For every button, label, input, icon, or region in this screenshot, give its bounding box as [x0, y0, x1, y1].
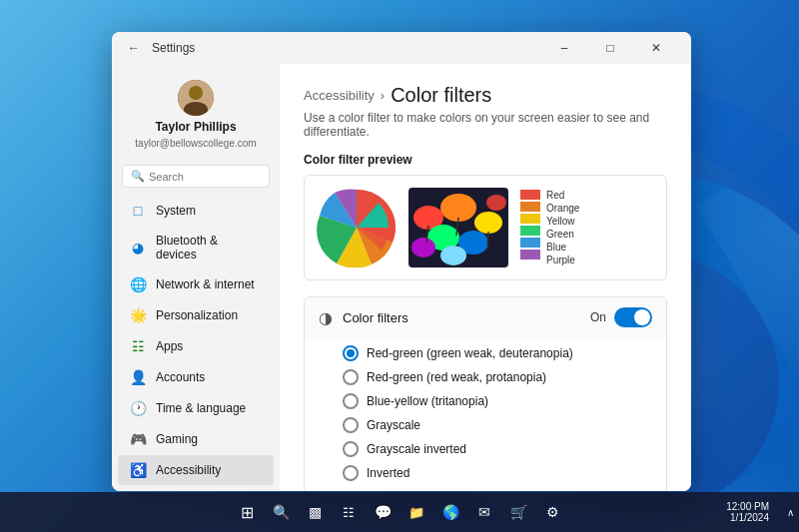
mail-button[interactable]: ✉: [470, 498, 498, 526]
back-button[interactable]: ←: [124, 38, 144, 58]
radio-option-grayscale[interactable]: Grayscale: [343, 417, 652, 433]
search-box[interactable]: 🔍: [122, 165, 270, 188]
radio-circle-inverted: [343, 465, 359, 481]
search-taskbar-button[interactable]: 🔍: [267, 498, 295, 526]
color-filters-label: Color filters: [343, 310, 580, 325]
radio-label-grayscale-inverted: Grayscale inverted: [367, 442, 466, 456]
toggle-on-label: On: [590, 310, 606, 324]
breadcrumb: Accessibility › Color filters: [304, 84, 667, 107]
radio-circle-red-green-prot: [343, 369, 359, 385]
radio-circle-grayscale: [343, 417, 359, 433]
color-filters-header: ◑ Color filters On: [305, 297, 666, 337]
system-icon: □: [130, 203, 146, 219]
sidebar-label-accounts: Accounts: [156, 370, 205, 384]
color-filters-toggle[interactable]: [614, 307, 652, 327]
accounts-icon: 👤: [130, 369, 146, 385]
sidebar: Taylor Phillips taylor@bellowscollege.co…: [112, 64, 280, 491]
network-icon: 🌐: [130, 276, 146, 292]
sidebar-label-system: System: [156, 204, 196, 218]
widgets-button[interactable]: ☷: [335, 498, 363, 526]
sidebar-item-bluetooth[interactable]: ◕Bluetooth & devices: [118, 227, 274, 268]
taskbar-time: 12:00 PM 1/1/2024: [726, 501, 769, 523]
maximize-button[interactable]: □: [587, 32, 633, 64]
personalization-icon: 🌟: [130, 307, 146, 323]
swatch-label-orange: Orange: [546, 203, 579, 214]
minimize-button[interactable]: –: [541, 32, 587, 64]
color-filter-options: Red-green (green weak, deuteranopia)Red-…: [305, 337, 666, 491]
color-swatch-orange: [520, 202, 540, 212]
sidebar-item-network[interactable]: 🌐Network & internet: [118, 269, 274, 299]
sidebar-item-system[interactable]: □System: [118, 196, 274, 226]
radio-option-red-green-prot[interactable]: Red-green (red weak, protanopia): [343, 369, 652, 385]
umbrella-photo: [408, 188, 508, 267]
settings-window: ← Settings – □ ✕ Taylor Phillips tayl: [112, 32, 691, 491]
user-profile: Taylor Phillips taylor@bellowscollege.co…: [112, 72, 280, 161]
sidebar-item-accessibility[interactable]: ♿Accessibility: [118, 455, 274, 485]
sidebar-label-personalization: Personalization: [156, 308, 238, 322]
swatch-label-yellow: Yellow: [546, 216, 579, 227]
sidebar-item-accounts[interactable]: 👤Accounts: [118, 362, 274, 392]
pie-chart: [317, 188, 397, 267]
color-swatch-yellow: [520, 214, 540, 224]
sidebar-item-gaming[interactable]: 🎮Gaming: [118, 424, 274, 454]
start-button[interactable]: ⊞: [233, 498, 261, 526]
settings-taskbar-button[interactable]: ⚙: [538, 498, 566, 526]
window-title: Settings: [152, 41, 541, 55]
radio-label-inverted: Inverted: [367, 466, 409, 480]
radio-circle-red-green-deut: [343, 345, 359, 361]
sidebar-label-gaming: Gaming: [156, 432, 198, 446]
color-filter-preview: RedOrangeYellowGreenBluePurple: [304, 175, 667, 280]
svg-point-11: [486, 195, 506, 211]
sidebar-item-security[interactable]: 🛡Security & privacy: [118, 486, 274, 491]
svg-point-6: [440, 194, 476, 222]
radio-circle-blue-yellow: [343, 393, 359, 409]
color-filters-card: ◑ Color filters On Red-green (green weak…: [304, 296, 667, 491]
svg-point-7: [474, 212, 502, 234]
color-filter-icon: ◑: [319, 308, 333, 327]
radio-option-grayscale-inverted[interactable]: Grayscale inverted: [343, 441, 652, 457]
swatch-label-column: RedOrangeYellowGreenBluePurple: [546, 190, 579, 266]
radio-option-inverted[interactable]: Inverted: [343, 465, 652, 481]
sidebar-label-network: Network & internet: [156, 277, 255, 291]
chat-button[interactable]: 💬: [369, 498, 397, 526]
radio-label-blue-yellow: Blue-yellow (tritanopia): [367, 394, 488, 408]
time-icon: 🕐: [130, 400, 146, 416]
sidebar-item-time[interactable]: 🕐Time & language: [118, 393, 274, 423]
sidebar-item-personalization[interactable]: 🌟Personalization: [118, 300, 274, 330]
nav-list: □System◕Bluetooth & devices🌐Network & in…: [112, 196, 280, 491]
color-swatch-purple: [520, 250, 540, 260]
svg-line-15: [487, 232, 488, 246]
user-name: Taylor Phillips: [155, 120, 236, 134]
breadcrumb-parent[interactable]: Accessibility: [304, 88, 375, 103]
edge-button[interactable]: 🌎: [436, 498, 464, 526]
preview-label: Color filter preview: [304, 153, 667, 167]
taskview-button[interactable]: ▩: [301, 498, 329, 526]
radio-label-red-green-prot: Red-green (red weak, protanopia): [367, 370, 546, 384]
swatch-label-purple: Purple: [546, 255, 579, 266]
toggle-thumb: [634, 309, 650, 325]
color-swatch-green: [520, 226, 540, 236]
bluetooth-icon: ◕: [130, 240, 146, 256]
sidebar-label-apps: Apps: [156, 339, 183, 353]
close-button[interactable]: ✕: [633, 32, 679, 64]
breadcrumb-separator: ›: [381, 88, 385, 103]
radio-option-red-green-deut[interactable]: Red-green (green weak, deuteranopia): [343, 345, 652, 361]
swatch-label-green: Green: [546, 229, 579, 240]
search-input[interactable]: [149, 171, 280, 183]
window-controls: – □ ✕: [541, 32, 679, 64]
swatch-column: [520, 190, 540, 260]
search-icon: 🔍: [131, 170, 145, 183]
main-content: Accessibility › Color filters Use a colo…: [280, 64, 691, 491]
show-hidden-icons[interactable]: ∧: [787, 507, 794, 518]
store-button[interactable]: 🛒: [504, 498, 532, 526]
explorer-button[interactable]: 📁: [402, 498, 430, 526]
swatch-label-blue: Blue: [546, 242, 579, 253]
sidebar-label-time: Time & language: [156, 401, 246, 415]
sidebar-label-bluetooth: Bluetooth & devices: [156, 234, 262, 262]
sidebar-label-accessibility: Accessibility: [156, 463, 221, 477]
sidebar-item-apps[interactable]: ☷Apps: [118, 331, 274, 361]
svg-point-10: [411, 238, 435, 258]
taskbar: ⊞ 🔍 ▩ ☷ 💬 📁 🌎 ✉ 🛒 ⚙ 12:00 PM 1/1/2024 ∧: [0, 492, 799, 532]
radio-option-blue-yellow[interactable]: Blue-yellow (tritanopia): [343, 393, 652, 409]
radio-circle-grayscale-inverted: [343, 441, 359, 457]
